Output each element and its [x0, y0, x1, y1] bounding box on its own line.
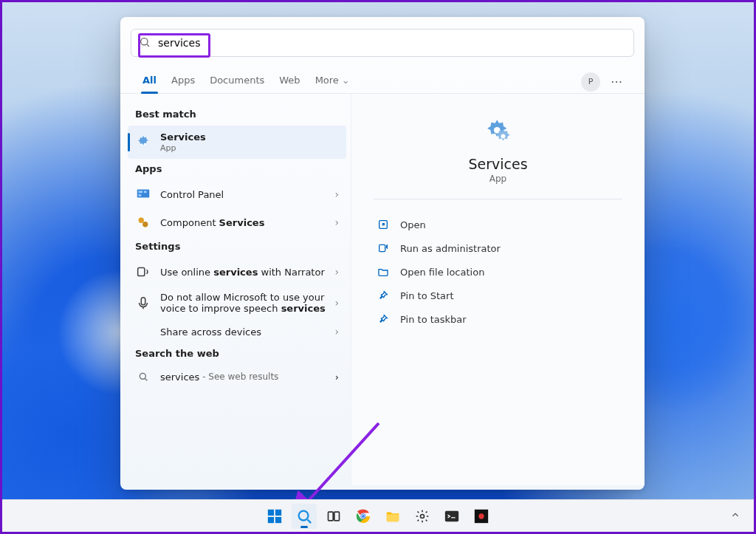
result-component-services[interactable]: Component Services ›: [128, 208, 346, 236]
result-title: Use online services with Narrator: [160, 267, 330, 278]
tab-all[interactable]: All: [135, 70, 164, 93]
chevron-right-icon: ›: [334, 326, 339, 338]
svg-point-30: [362, 514, 365, 517]
svg-point-12: [140, 373, 145, 379]
result-control-panel[interactable]: Control Panel ›: [128, 180, 346, 208]
svg-rect-19: [268, 509, 274, 515]
section-apps: Apps: [128, 159, 346, 180]
section-settings: Settings: [128, 236, 346, 258]
search-input[interactable]: [157, 36, 626, 49]
more-options-button[interactable]: ⋯: [605, 72, 630, 92]
svg-rect-9: [138, 268, 145, 276]
details-header: Services App: [374, 116, 622, 199]
details-title: Services: [468, 156, 527, 172]
results-area: Best match Services App Apps Control P: [120, 94, 645, 485]
result-title: Control Panel: [160, 189, 330, 200]
svg-rect-22: [275, 516, 281, 522]
terminal-button[interactable]: [439, 504, 464, 529]
svg-point-0: [141, 38, 148, 44]
result-title: Do not allow Microsoft to use your voice…: [160, 292, 330, 314]
taskbar-pinned: [262, 504, 494, 529]
action-label: Pin to taskbar: [400, 314, 467, 325]
search-icon: [135, 371, 151, 383]
section-web: Search the web: [128, 343, 346, 365]
narrator-icon: [135, 264, 151, 280]
services-icon: [483, 116, 514, 147]
search-icon: [139, 36, 157, 50]
result-setting-speech[interactable]: Do not allow Microsoft to use your voice…: [128, 286, 346, 320]
control-panel-icon: [135, 186, 151, 202]
svg-rect-26: [334, 512, 340, 521]
search-button[interactable]: [292, 504, 317, 529]
svg-rect-6: [139, 194, 142, 196]
action-open-location[interactable]: Open file location: [374, 260, 622, 284]
svg-line-1: [147, 44, 149, 47]
details-pane: Services App Open Run as administrator: [351, 94, 645, 485]
action-open[interactable]: Open: [374, 213, 622, 236]
shield-icon: [377, 242, 390, 255]
svg-point-32: [421, 514, 425, 518]
section-best-match: Best match: [128, 104, 346, 126]
tab-web[interactable]: Web: [272, 70, 307, 93]
user-avatar[interactable]: P: [581, 72, 600, 92]
svg-line-24: [308, 519, 312, 523]
result-web-search[interactable]: services - See web results ›: [128, 365, 346, 388]
svg-point-7: [139, 218, 144, 223]
search-area: [120, 17, 645, 61]
tray-overflow-button[interactable]: [726, 505, 745, 527]
chevron-right-icon: ›: [335, 372, 339, 383]
system-tray: [726, 505, 745, 527]
result-setting-share-devices[interactable]: Share across devices ›: [128, 320, 346, 343]
result-title: Component Services: [160, 217, 330, 228]
filter-tabs: All Apps Documents Web More⌄ P ⋯: [120, 61, 645, 94]
chevron-right-icon: ›: [334, 266, 339, 278]
action-label: Open file location: [400, 267, 484, 278]
svg-rect-20: [275, 509, 281, 515]
action-label: Open: [400, 219, 426, 230]
chrome-button[interactable]: [351, 504, 376, 529]
svg-point-23: [299, 510, 309, 520]
pin-icon: [377, 289, 390, 302]
svg-rect-3: [137, 190, 150, 198]
svg-point-35: [478, 513, 484, 518]
file-explorer-button[interactable]: [380, 504, 405, 529]
action-run-admin[interactable]: Run as administrator: [374, 236, 622, 260]
web-hint: - See web results: [199, 372, 278, 382]
result-setting-narrator[interactable]: Use online services with Narrator ›: [128, 258, 346, 286]
result-title: Services: [160, 131, 339, 143]
action-pin-start[interactable]: Pin to Start: [374, 284, 622, 307]
search-box[interactable]: [131, 29, 634, 57]
svg-point-8: [142, 222, 148, 227]
results-list: Best match Services App Apps Control P: [120, 94, 351, 485]
chevron-right-icon: ›: [334, 216, 339, 228]
folder-icon: [377, 265, 390, 278]
action-pin-taskbar[interactable]: Pin to taskbar: [374, 307, 622, 331]
tab-apps[interactable]: Apps: [164, 70, 202, 93]
svg-line-13: [145, 379, 148, 381]
result-title: Share across devices: [160, 326, 330, 338]
chevron-right-icon: ›: [334, 188, 339, 200]
tab-more-label: More: [315, 75, 339, 86]
settings-button[interactable]: [410, 504, 435, 529]
action-label: Run as administrator: [400, 243, 501, 254]
task-view-button[interactable]: [321, 504, 346, 529]
component-services-icon: [135, 214, 151, 230]
svg-rect-31: [387, 514, 399, 521]
desktop: All Apps Documents Web More⌄ P ⋯ Best ma…: [0, 0, 756, 534]
svg-point-15: [501, 134, 505, 138]
pin-icon: [377, 312, 390, 326]
result-best-match[interactable]: Services App: [128, 126, 346, 159]
svg-rect-17: [379, 244, 385, 251]
speech-icon: [135, 295, 151, 311]
chevron-right-icon: ›: [334, 297, 339, 309]
tab-documents[interactable]: Documents: [202, 70, 272, 93]
chevron-down-icon: ⌄: [342, 75, 350, 86]
svg-rect-21: [268, 516, 274, 522]
svg-rect-25: [329, 512, 334, 521]
start-button[interactable]: [262, 504, 287, 529]
details-subtitle: App: [489, 174, 506, 184]
tab-more[interactable]: More⌄: [308, 70, 357, 93]
svg-rect-4: [139, 191, 143, 193]
app-button[interactable]: [469, 504, 494, 529]
svg-rect-10: [141, 298, 145, 305]
